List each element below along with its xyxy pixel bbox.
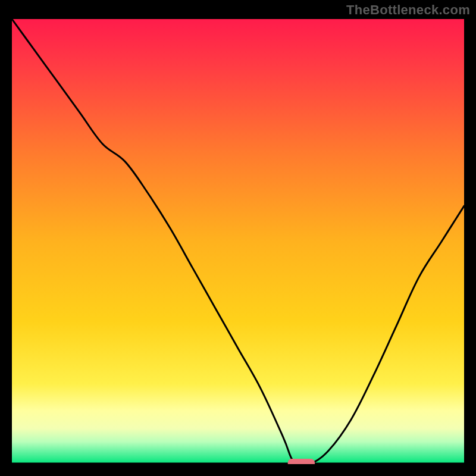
chart-svg bbox=[12, 19, 464, 464]
gradient-background bbox=[12, 19, 464, 464]
chart-frame: TheBottleneck.com bbox=[0, 0, 476, 476]
optimal-marker bbox=[288, 459, 315, 464]
plot-area bbox=[12, 19, 464, 464]
watermark-text: TheBottleneck.com bbox=[346, 2, 470, 18]
